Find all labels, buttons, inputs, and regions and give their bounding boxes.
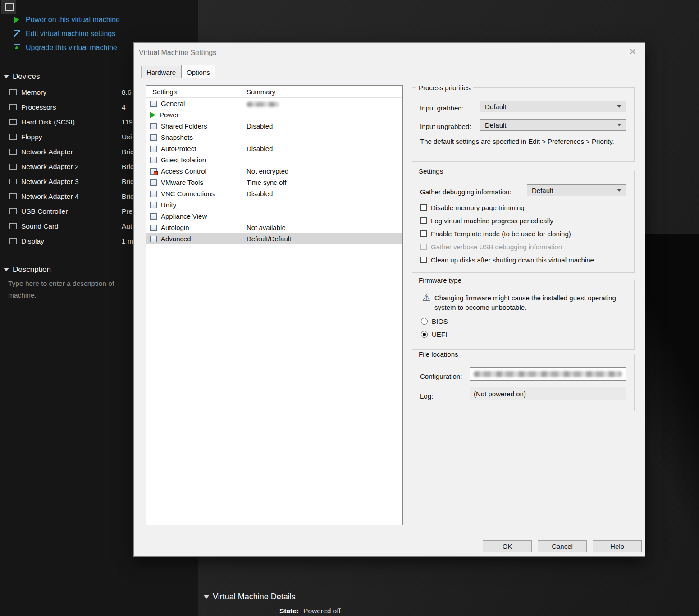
dialog-title: Virtual Machine Settings: [139, 49, 216, 57]
device-label: Display: [21, 237, 44, 245]
tab-hardware[interactable]: Hardware: [141, 66, 181, 78]
radio-circle: [421, 331, 428, 338]
appliance-view-icon: [150, 213, 157, 220]
settings-row-autologin[interactable]: AutologinNot available: [146, 222, 402, 233]
checkbox-disable-memory-page-trimming[interactable]: Disable memory page trimming: [420, 203, 525, 212]
log-path-field[interactable]: (Not powered on): [470, 387, 626, 400]
radio-uefi[interactable]: UEFI: [421, 330, 447, 338]
settings-row-vnc-connections[interactable]: VNC ConnectionsDisabled: [146, 188, 402, 199]
button-ok[interactable]: OK: [483, 540, 532, 552]
settings-row-advanced[interactable]: AdvancedDefault/Default: [146, 233, 402, 244]
checkbox-clean-up-disks-after-shutting-down-this-virtual-machine[interactable]: Clean up disks after shutting down this …: [420, 255, 594, 264]
input-grabbed-select[interactable]: Default: [480, 101, 626, 112]
checkbox-gather-verbose-usb-debugging-information[interactable]: Gather verbose USB debugging information: [420, 242, 562, 251]
settings-row-unity[interactable]: Unity: [146, 199, 402, 211]
checkbox-label: Disable memory page trimming: [431, 204, 525, 211]
firmware-warning-text: Changing firmware might cause the instal…: [434, 293, 619, 312]
autologin-icon: [150, 225, 157, 231]
radio-bios[interactable]: BIOS: [421, 317, 448, 325]
configuration-path-field[interactable]: [470, 367, 626, 381]
settings-row-label: Appliance View: [161, 212, 207, 220]
settings-row-label: General: [161, 100, 185, 107]
processor-icon: [9, 104, 17, 110]
usb-icon: [9, 208, 17, 214]
device-value: 4: [122, 103, 126, 111]
settings-row-summary: Disabled: [247, 145, 273, 152]
device-label: Floppy: [21, 133, 42, 141]
column-header-summary[interactable]: Summary: [247, 88, 275, 96]
sidebar-link-upgrade-this-virtual-machine[interactable]: Upgrade this virtual machine: [14, 41, 120, 55]
power-icon: [150, 112, 155, 118]
edit-icon: [14, 30, 22, 37]
settings-row-access-control[interactable]: Access ControlNot encrypted: [146, 165, 402, 177]
vm-settings-dialog: Virtual Machine Settings ✕ HardwareOptio…: [133, 42, 645, 557]
input-grabbed-label: Input grabbed:: [420, 104, 464, 112]
chevron-down-icon: [617, 189, 621, 192]
button-help[interactable]: Help: [593, 540, 642, 552]
sidebar-link-power-on-this-virtual-machine[interactable]: Power on this virtual machine: [14, 13, 120, 27]
vm-details-label: Virtual Machine Details: [213, 592, 296, 602]
device-label: Network Adapter 3: [21, 178, 79, 186]
gather-debug-select[interactable]: Default: [527, 184, 626, 196]
device-value: Aut: [122, 222, 132, 230]
sidebar-link-edit-virtual-machine-settings[interactable]: Edit virtual machine settings: [14, 27, 120, 41]
close-icon[interactable]: ✕: [629, 46, 636, 57]
unity-icon: [150, 202, 157, 208]
settings-list-panel: Settings Summary GeneralPowerShared Fold…: [146, 85, 403, 525]
collapse-triangle-icon: [204, 595, 209, 599]
button-cancel[interactable]: Cancel: [538, 540, 587, 552]
column-header-settings[interactable]: Settings: [152, 88, 177, 96]
group-title: Firmware type: [416, 276, 464, 284]
dialog-buttons: OKCancelHelp: [483, 540, 642, 552]
chevron-down-icon: [617, 124, 621, 126]
settings-row-power[interactable]: Power: [146, 109, 402, 120]
settings-row-snapshots[interactable]: Snapshots: [146, 132, 402, 143]
collapse-triangle-icon: [4, 268, 9, 271]
play-icon: [14, 16, 22, 23]
settings-row-general[interactable]: General: [146, 98, 402, 109]
selected-value: Default: [485, 103, 507, 110]
device-value: Bric: [122, 148, 134, 156]
network-adapter-icon: [9, 149, 17, 155]
device-label: USB Controller: [21, 207, 68, 216]
vmware-workstation-window: Power on this virtual machineEdit virtua…: [0, 0, 699, 616]
settings-row-shared-folders[interactable]: Shared FoldersDisabled: [146, 120, 402, 132]
group-title: Settings: [416, 167, 445, 175]
device-label: Network Adapter 4: [21, 193, 79, 201]
device-value: 8.6: [122, 88, 132, 97]
file-locations-group: File locations Configuration: Log: (Not …: [412, 354, 635, 411]
vm-details-header[interactable]: Virtual Machine Details: [204, 592, 296, 602]
column-divider: [243, 87, 243, 96]
tab-options[interactable]: Options: [181, 65, 215, 78]
checkbox-enable-template-mode-to-be-used-for-cloning[interactable]: Enable Template mode (to be used for clo…: [420, 229, 571, 238]
chevron-down-icon: [617, 105, 621, 108]
checkbox-log-virtual-machine-progress-periodically[interactable]: Log virtual machine progress periodicall…: [420, 216, 553, 225]
priorities-note: The default settings are specified in Ed…: [420, 137, 625, 147]
advanced-icon: [150, 236, 157, 242]
checkbox-label: Clean up disks after shutting down this …: [431, 256, 594, 264]
settings-row-summary: Default/Default: [247, 235, 291, 243]
device-label: Memory: [21, 88, 46, 97]
settings-row-guest-isolation[interactable]: Guest Isolation: [146, 154, 402, 165]
settings-row-appliance-view[interactable]: Appliance View: [146, 211, 402, 222]
general-icon: [150, 101, 157, 107]
devices-section-header[interactable]: Devices: [4, 72, 40, 81]
devices-header-label: Devices: [13, 72, 40, 81]
settings-row-vmware-tools[interactable]: VMware ToolsTime sync off: [146, 177, 402, 188]
log-label: Log:: [420, 392, 433, 400]
device-label: Network Adapter 2: [21, 163, 79, 171]
network-adapter-icon: [9, 193, 17, 199]
checkbox-box: [420, 230, 427, 237]
display-icon: [9, 238, 17, 244]
input-ungrabbed-select[interactable]: Default: [480, 119, 626, 131]
radio-circle: [421, 318, 428, 325]
settings-row-summary: Disabled: [247, 122, 273, 130]
hard-disk-icon: [9, 119, 17, 125]
description-section-header[interactable]: Description: [4, 265, 51, 274]
description-placeholder[interactable]: Type here to enter a description of mach…: [8, 278, 132, 301]
shared-folders-icon: [150, 123, 157, 129]
selected-value: Default: [532, 187, 553, 194]
blurred-text: [247, 102, 279, 107]
sidebar-link-label: Power on this virtual machine: [26, 16, 120, 24]
settings-row-autoprotect[interactable]: AutoProtectDisabled: [146, 143, 402, 154]
